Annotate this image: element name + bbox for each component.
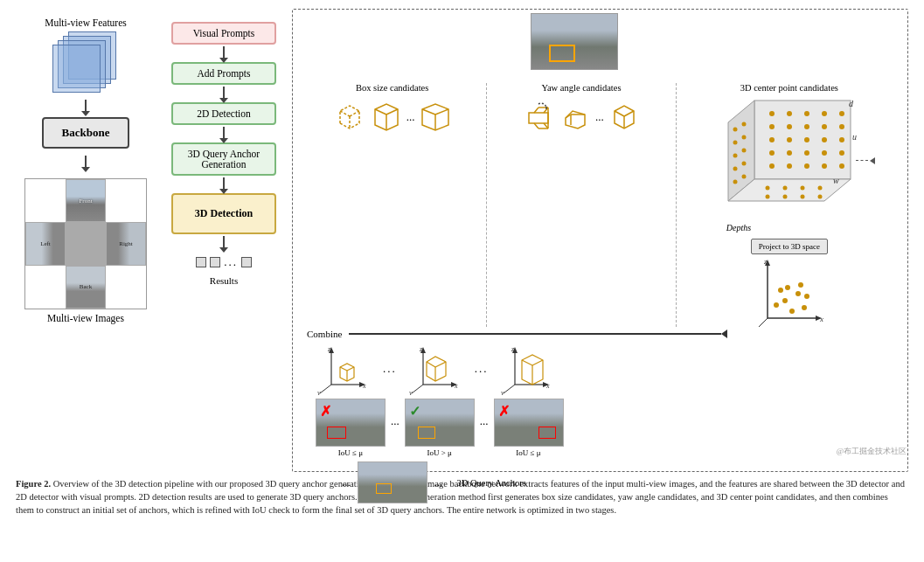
svg-line-1 — [340, 111, 350, 116]
det-img-1: ✗ — [316, 399, 386, 447]
cam-right: Right — [106, 222, 146, 265]
det-bbox-orange — [418, 427, 435, 439]
svg-marker-21 — [566, 111, 585, 128]
bounding-box-overlay — [549, 45, 575, 62]
svg-text:x: x — [819, 315, 823, 323]
combine-label: Combine — [307, 329, 342, 339]
svg-point-36 — [839, 111, 844, 116]
coord-dots: ... — [383, 362, 397, 376]
coord-frame-1: x z y — [316, 343, 372, 395]
svg-line-26 — [615, 111, 624, 116]
multiview-features-label: Multi-view Features — [45, 17, 127, 28]
svg-point-51 — [839, 150, 844, 156]
box3d-1 — [333, 101, 366, 134]
svg-line-27 — [624, 111, 634, 116]
detection-cell-2: ✓ IoU > μ — [405, 399, 475, 457]
anchor-img — [358, 461, 427, 503]
svg-text:w: w — [833, 176, 839, 185]
figure-number: Figure 2. — [16, 479, 51, 489]
svg-point-54 — [804, 163, 809, 169]
svg-point-70 — [817, 186, 822, 191]
combine-line — [349, 333, 721, 335]
add-prompts-box: Add Prompts — [171, 62, 276, 85]
svg-point-63 — [741, 135, 746, 140]
page-container: Multi-view Features Backbone Front — [0, 0, 924, 526]
svg-line-6 — [386, 109, 398, 114]
project-section: Project to 3D space x z — [750, 236, 829, 327]
results-dots: ... — [224, 255, 238, 269]
watermark: @布工掘金技术社区 — [837, 446, 907, 457]
svg-point-45 — [822, 137, 827, 142]
detection-2d-box: 2D Detection — [171, 102, 276, 125]
svg-point-38 — [787, 124, 792, 129]
svg-point-74 — [817, 195, 822, 199]
svg-text:y: y — [500, 389, 504, 395]
svg-point-57 — [733, 128, 737, 132]
svg-point-72 — [782, 195, 787, 199]
svg-point-48 — [787, 150, 792, 156]
arrow-2d-to-anchor — [223, 127, 225, 139]
svg-point-90 — [789, 309, 795, 314]
svg-rect-12 — [529, 113, 548, 123]
box3d-2 — [370, 101, 403, 134]
svg-point-68 — [782, 186, 787, 191]
cam-front: Front — [66, 179, 106, 222]
svg-line-2 — [350, 111, 359, 116]
top-camera-image — [531, 13, 618, 70]
svg-point-92 — [804, 294, 809, 299]
iou-label-3: IoU ≤ μ — [516, 448, 540, 457]
iou-label-1: IoU ≤ μ — [338, 448, 363, 457]
coord-frame-2: x z y — [407, 343, 464, 395]
arrow-add-to-2d — [223, 87, 225, 99]
svg-point-39 — [804, 124, 809, 129]
combine-arrow-left — [721, 330, 727, 338]
result-sq-2 — [210, 257, 220, 267]
visual-prompts-box: Visual Prompts — [171, 22, 276, 45]
left-column: Multi-view Features Backbone Front — [16, 9, 156, 472]
svg-point-50 — [822, 150, 827, 156]
svg-point-52 — [769, 163, 775, 169]
svg-point-64 — [741, 149, 746, 153]
svg-point-89 — [802, 305, 807, 310]
multiview-images-grid: Front Left Right Back — [24, 178, 147, 309]
svg-point-34 — [804, 111, 809, 116]
cam-center — [66, 222, 106, 265]
svg-line-128 — [522, 360, 532, 365]
blue-stack-feature-maps — [51, 31, 121, 93]
yaw-box-2 — [559, 101, 592, 134]
arrow-3d-to-results — [223, 236, 225, 248]
det-img-3: ✗ — [494, 399, 564, 447]
svg-line-15 — [534, 123, 538, 128]
svg-text:x: x — [362, 382, 366, 390]
svg-line-116 — [427, 362, 435, 367]
svg-line-97 — [320, 385, 331, 393]
svg-line-109 — [412, 385, 423, 393]
query-anchor-box: 3D Query Anchor Generation — [171, 142, 276, 176]
results-label: Results — [210, 275, 238, 286]
svg-point-66 — [741, 175, 746, 179]
svg-text:z: z — [763, 257, 768, 266]
middle-column: Visual Prompts Add Prompts 2D Detection … — [163, 9, 285, 472]
svg-line-129 — [532, 360, 543, 365]
det-check-2: ✓ — [409, 403, 420, 420]
svg-point-55 — [822, 163, 827, 169]
arrow-anchor-to-3d — [223, 177, 225, 190]
anchor-dots-2: ... — [434, 475, 443, 489]
anchor-bbox — [376, 483, 392, 494]
svg-line-121 — [504, 385, 515, 393]
svg-point-62 — [741, 122, 746, 127]
svg-point-40 — [822, 124, 827, 129]
svg-point-44 — [804, 137, 809, 142]
svg-line-105 — [347, 367, 354, 371]
svg-point-43 — [787, 137, 792, 142]
coord-dots-2: ... — [475, 362, 489, 376]
det-img-2: ✓ — [405, 399, 475, 447]
svg-point-42 — [769, 137, 775, 142]
svg-point-91 — [774, 302, 779, 308]
coord-frames-row: x z y ... x — [298, 343, 902, 395]
det-dots: ... — [391, 399, 399, 428]
feature-layer-1 — [52, 45, 101, 93]
iou-label-2: IoU > μ — [427, 448, 452, 457]
svg-point-60 — [733, 167, 737, 171]
svg-point-94 — [798, 282, 803, 288]
